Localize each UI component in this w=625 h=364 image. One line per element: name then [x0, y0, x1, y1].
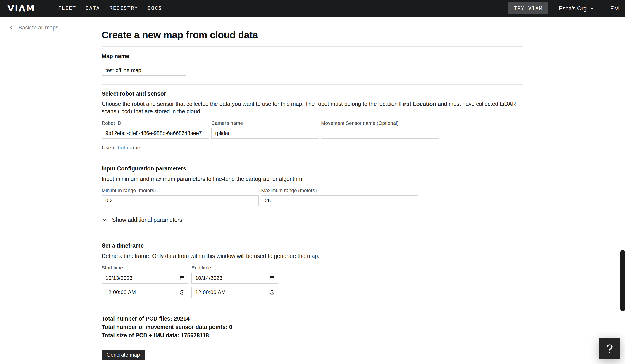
datetime-grid: Start time 10/13/2023 End time 10/14/202…: [102, 265, 523, 298]
vertical-scrollbar-thumb[interactable]: [621, 250, 625, 311]
divider: [102, 307, 523, 307]
select-robot-heading: Select robot and sensor: [102, 90, 523, 97]
divider: [102, 159, 523, 159]
end-time-field-group: End time 10/14/2023: [191, 265, 278, 283]
description-text: Choose the robot and sensor that collect…: [102, 101, 399, 107]
movement-sensor-points-total: Total number of movement sensor data poi…: [102, 323, 523, 331]
robot-id-input[interactable]: [102, 128, 209, 139]
chevron-left-icon: [9, 25, 14, 30]
camera-name-input[interactable]: [211, 128, 319, 139]
max-range-input[interactable]: [261, 195, 418, 206]
nav-link-registry[interactable]: REGISTRY: [109, 2, 138, 15]
viam-logo[interactable]: VIΛM: [7, 3, 35, 13]
divider: [102, 84, 523, 84]
min-range-input[interactable]: [102, 195, 259, 206]
movement-sensor-label: Movement Sensor name (Optional): [321, 120, 439, 126]
main-content: Create a new map from cloud data Map nam…: [102, 17, 523, 360]
movement-sensor-field-group: Movement Sensor name (Optional): [321, 120, 439, 139]
end-date-input[interactable]: 10/14/2023: [191, 273, 278, 283]
summary-value: 175678118: [181, 332, 209, 338]
pcd-imu-size-total: Total size of PCD + IMU data:175678118: [102, 331, 523, 339]
nav-link-data[interactable]: DATA: [86, 2, 100, 15]
robot-id-label: Robot ID: [102, 120, 209, 126]
min-range-field-group: Minimum range (meters): [102, 188, 259, 206]
chevron-down-icon: [102, 217, 107, 223]
nav-link-docs[interactable]: DOCS: [148, 2, 162, 15]
start-time-value: 12:00:00 AM: [105, 289, 179, 296]
camera-name-field-group: Camera name: [211, 120, 319, 139]
location-name: First Location: [399, 101, 436, 107]
chevron-down-icon: [590, 6, 594, 11]
start-date-value: 10/13/2023: [105, 275, 179, 281]
min-range-label: Minimum range (meters): [102, 188, 259, 194]
start-time-field-group: Start time 10/13/2023: [102, 265, 188, 283]
primary-nav: FLEET DATA REGISTRY DOCS: [58, 2, 162, 15]
end-date-value: 10/14/2023: [195, 275, 269, 281]
nav-right: TRY VIAM Esha's Org EM: [508, 2, 619, 14]
max-range-label: Maximum range (meters): [261, 188, 418, 194]
input-config-heading: Input Configuration parameters: [102, 165, 523, 172]
try-viam-button[interactable]: TRY VIAM: [508, 2, 548, 14]
avatar[interactable]: EM: [610, 5, 619, 12]
camera-name-label: Camera name: [211, 120, 319, 126]
page-title: Create a new map from cloud data: [102, 29, 523, 40]
input-config-description: Input minimum and maximum parameters to …: [102, 175, 523, 183]
nav-link-fleet[interactable]: FLEET: [58, 2, 76, 15]
summary-value: 29214: [174, 315, 190, 322]
map-name-input[interactable]: [102, 65, 187, 76]
range-fields-row: Minimum range (meters) Maximum range (me…: [102, 188, 523, 206]
divider: [102, 46, 523, 47]
max-range-field-group: Maximum range (meters): [261, 188, 418, 206]
generate-map-button[interactable]: Generate map: [102, 350, 145, 360]
end-time-value: 12:00:00 AM: [195, 289, 269, 296]
timeframe-description: Define a timeframe. Only data from withi…: [102, 252, 523, 260]
calendar-icon[interactable]: [269, 275, 275, 281]
pcd-files-total: Total number of PCD files:29214: [102, 314, 523, 323]
clock-icon[interactable]: [269, 289, 275, 295]
summary-label: Total number of PCD files:: [102, 315, 172, 322]
data-summary: Total number of PCD files:29214 Total nu…: [102, 314, 523, 339]
summary-label: Total number of movement sensor data poi…: [102, 324, 228, 330]
nav-divider: [46, 4, 46, 13]
timeframe-heading: Set a timeframe: [102, 242, 523, 249]
back-to-all-maps-link[interactable]: Back to all maps: [9, 25, 58, 31]
movement-sensor-input[interactable]: [321, 128, 439, 139]
divider: [102, 236, 523, 236]
clock-icon[interactable]: [179, 289, 185, 295]
start-clock-input[interactable]: 12:00:00 AM: [102, 287, 188, 298]
map-name-heading: Map name: [102, 53, 523, 59]
show-additional-parameters-label: Show additional parameters: [112, 217, 182, 223]
robot-fields-row: Robot ID Camera name Movement Sensor nam…: [102, 120, 523, 139]
use-robot-name-link[interactable]: Use robot name: [102, 144, 140, 151]
calendar-icon[interactable]: [179, 275, 185, 281]
help-button[interactable]: ?: [599, 338, 621, 360]
end-clock-input[interactable]: 12:00:00 AM: [191, 287, 278, 298]
summary-label: Total size of PCD + IMU data:: [102, 332, 179, 338]
top-nav: VIΛM FLEET DATA REGISTRY DOCS TRY VIAM E…: [0, 0, 625, 17]
start-time-label: Start time: [102, 265, 188, 271]
org-switcher[interactable]: Esha's Org: [559, 5, 594, 12]
summary-value: 0: [229, 324, 232, 330]
robot-id-field-group: Robot ID: [102, 120, 209, 139]
select-robot-description: Choose the robot and sensor that collect…: [102, 100, 523, 115]
end-time-label: End time: [191, 265, 278, 271]
show-additional-parameters-toggle[interactable]: Show additional parameters: [102, 217, 182, 223]
org-name: Esha's Org: [559, 5, 587, 12]
back-link-label: Back to all maps: [19, 25, 58, 31]
start-date-input[interactable]: 10/13/2023: [102, 273, 188, 283]
